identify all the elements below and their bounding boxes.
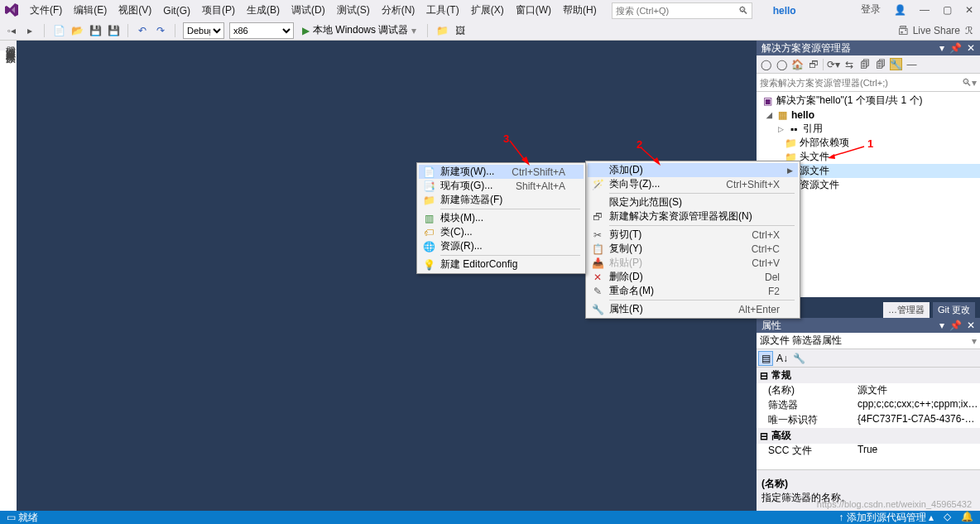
expander-icon[interactable]: ◢ [765, 111, 773, 119]
platform-select[interactable]: x86 [229, 22, 294, 39]
toolbar: ◦◂ ▸ 📄 📂 💾 💾 ↶ ↷ Debug x86 ▶ 本地 Windows … [0, 21, 980, 41]
solution-search[interactable]: 🔍︎▾ [757, 74, 980, 92]
nav-fwd-icon[interactable]: ◯ [776, 58, 788, 70]
redo-icon[interactable]: ↷ [154, 24, 167, 37]
panel-close-icon[interactable]: ✕ [967, 42, 975, 54]
new-file-icon[interactable]: 📄 [52, 24, 65, 37]
alpha-sort-icon[interactable]: A↓ [775, 351, 790, 366]
home-icon[interactable]: 🏠 [791, 58, 804, 70]
status-source-control[interactable]: ↑ 添加到源代码管理 ▴ [838, 511, 934, 525]
search-icon[interactable]: 🔍︎▾ [962, 77, 977, 89]
menu-tools[interactable]: 工具(T) [421, 1, 464, 20]
account-icon[interactable]: 👤 [894, 4, 906, 16]
tab-git-changes[interactable]: Git 更改 [933, 302, 975, 318]
panel-pin-icon[interactable]: 📌 [949, 320, 962, 331]
ctx-cut[interactable]: ✂ 剪切(T)Ctrl+X [588, 228, 798, 242]
refresh-icon[interactable]: 🗐 [874, 58, 886, 70]
ctx-copy[interactable]: 📋 复制(Y)Ctrl+C [588, 242, 798, 256]
showall-icon[interactable]: 🗐 [858, 58, 871, 70]
menu-test[interactable]: 测试(S) [332, 1, 375, 20]
close-icon[interactable]: ✕ [965, 4, 973, 16]
back-icon[interactable]: ◦◂ [5, 24, 18, 37]
properties-icon[interactable]: 🔧 [890, 58, 902, 70]
folder-icon[interactable]: 📁 [435, 24, 449, 37]
liveshare-button[interactable]: Live Share [913, 25, 960, 36]
category-general[interactable]: ⊟常规 [757, 368, 980, 383]
undo-icon[interactable]: ↶ [136, 24, 149, 37]
ctx-new-filter[interactable]: 📁 新建筛选器(F) [419, 193, 584, 207]
global-search[interactable]: 🔍︎ [612, 2, 752, 19]
ctx-rename[interactable]: ✎ 重命名(M)F2 [588, 284, 798, 298]
tree-solution-root[interactable]: ▣ 解决方案"hello"(1 个项目/共 1 个) [757, 94, 980, 108]
config-select[interactable]: Debug [183, 22, 224, 39]
ctx-scope[interactable]: 限定为此范围(S) [588, 195, 798, 209]
ctx-new-solution-view[interactable]: 🗗 新建解决方案资源管理器视图(N) [588, 209, 798, 224]
menu-window[interactable]: 窗口(W) [511, 1, 556, 20]
menu-git[interactable]: Git(G) [158, 2, 195, 19]
expander-icon[interactable]: ▷ [776, 125, 785, 133]
prop-row-filter[interactable]: 筛选器cpp;c;cc;cxx;c++;cppm;ixx;def [757, 398, 980, 413]
menu-file[interactable]: 文件(F) [25, 1, 67, 20]
tree-external-deps[interactable]: 📁 外部依赖项 [757, 136, 980, 150]
menu-build[interactable]: 生成(B) [242, 1, 285, 20]
menu-view[interactable]: 视图(V) [113, 1, 156, 20]
references-label: 引用 [803, 122, 823, 136]
fwd-icon[interactable]: ▸ [23, 24, 36, 37]
global-search-input[interactable] [616, 6, 738, 16]
ctx-module[interactable]: ▥ 模块(M)... [419, 211, 584, 225]
switch-icon[interactable]: 🗗 [807, 58, 819, 70]
ctx-delete[interactable]: ✕ 删除(D)Del [588, 270, 798, 284]
start-debug-button[interactable]: ▶ 本地 Windows 调试器 ▾ [299, 23, 420, 37]
nav-back-icon[interactable]: ◯ [760, 58, 772, 70]
collapse-icon[interactable]: ⇆ [843, 58, 855, 70]
ctx-existing-item[interactable]: 📑 现有项(G)...Shift+Alt+A [419, 179, 584, 193]
prop-row-scc[interactable]: SCC 文件True [757, 444, 980, 459]
ctx-class-wizard[interactable]: 🪄 类向导(Z)...Ctrl+Shift+X [588, 177, 798, 191]
menu-help[interactable]: 帮助(H) [558, 1, 602, 20]
ctx-class[interactable]: 🏷 类(C)... [419, 225, 584, 239]
search-icon[interactable]: 🔍︎ [738, 5, 748, 17]
tree-references[interactable]: ▷ ▪▪ 引用 [757, 122, 980, 136]
panel-dropdown-icon[interactable]: ▾ [939, 320, 944, 331]
liveshare-icon[interactable]: 🖆 [898, 25, 908, 36]
solution-search-input[interactable] [760, 78, 962, 88]
image-icon[interactable]: 🖼 [454, 24, 467, 37]
menu-analyze[interactable]: 分析(N) [377, 1, 420, 20]
tree-project[interactable]: ◢ ▦ hello [757, 108, 980, 122]
admin-icon[interactable]: ℛ [965, 25, 973, 36]
login-button[interactable]: 登录 [861, 2, 881, 17]
prop-row-uid[interactable]: 唯一标识符{4FC737F1-C7A5-4376-A066-2 [757, 413, 980, 428]
minimize-icon[interactable]: — [920, 4, 930, 16]
saveall-icon[interactable]: 💾 [107, 24, 120, 37]
headers-label: 头文件 [800, 150, 829, 164]
save-icon[interactable]: 💾 [89, 24, 102, 37]
panel-pin-icon[interactable]: 📌 [949, 42, 962, 54]
ctx-resource[interactable]: 🌐 资源(R)... [419, 239, 584, 253]
open-icon[interactable]: 📂 [70, 24, 84, 37]
tab-solution-explorer[interactable]: …管理器 [883, 302, 930, 318]
ctx-add[interactable]: 添加(D)▶ [588, 163, 798, 177]
paste-icon: 📥 [591, 257, 604, 269]
menu-project[interactable]: 项目(P) [197, 1, 240, 20]
menu-extensions[interactable]: 扩展(X) [466, 1, 509, 20]
ctx-properties[interactable]: 🔧 属性(R)Alt+Enter [588, 302, 798, 316]
maximize-icon[interactable]: ▢ [943, 4, 952, 16]
panel-close-icon[interactable]: ✕ [967, 320, 975, 331]
prop-pages-icon[interactable]: 🔧 [791, 351, 806, 366]
categorized-icon[interactable]: ▤ [758, 351, 773, 366]
menu-edit[interactable]: 编辑(E) [69, 1, 112, 20]
properties-selector[interactable]: 源文件 筛选器属性 ▾ [757, 333, 980, 349]
chevron-down-icon[interactable]: ▾ [411, 25, 416, 36]
status-repo-icon[interactable]: ◇ [944, 511, 951, 525]
panel-dropdown-icon[interactable]: ▾ [939, 42, 944, 54]
ctx-new-item[interactable]: 📄 新建项(W)...Ctrl+Shift+A [419, 165, 584, 179]
sync-icon[interactable]: ⟳▾ [827, 58, 839, 70]
chevron-down-icon[interactable]: ▾ [972, 335, 977, 347]
prop-row-name[interactable]: (名称)源文件 [757, 383, 980, 398]
preview-icon[interactable]: — [906, 58, 918, 70]
ctx-editorconfig[interactable]: 💡 新建 EditorConfig [419, 257, 584, 272]
status-bell-icon[interactable]: 🔔 [961, 511, 973, 525]
menu-debug[interactable]: 调试(D) [286, 1, 330, 20]
category-advanced[interactable]: ⊟高级 [757, 428, 980, 444]
view-icon: 🗗 [591, 211, 604, 223]
